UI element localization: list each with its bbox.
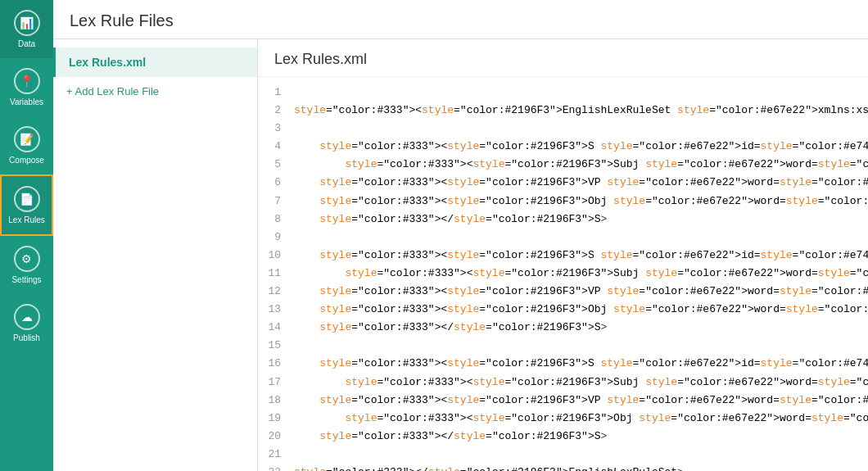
code-line: style="color:#333"><style="color:#2196F3… [294, 247, 868, 265]
sidebar-item-lex-rules[interactable]: 📄 Lex Rules [0, 174, 53, 236]
code-line: style="color:#333"><style="color:#2196F3… [294, 265, 868, 283]
code-line: style="color:#333"><style="color:#2196F3… [294, 138, 868, 156]
variables-icon: 📍 [14, 68, 40, 94]
add-lex-rule-file-button[interactable]: + Add Lex Rule File [53, 77, 257, 106]
code-line: style="color:#333"><style="color:#2196F3… [294, 355, 868, 373]
page-header: Lex Rule Files [53, 0, 868, 39]
code-line: style="color:#333"><style="color:#2196F3… [294, 374, 868, 392]
code-line: style="color:#333"><style="color:#2196F3… [294, 283, 868, 301]
data-icon: 📊 [14, 10, 40, 36]
main-area: Lex Rule Files Lex Rules.xml + Add Lex R… [53, 0, 868, 471]
add-file-label: + Add Lex Rule File [66, 85, 159, 97]
code-line: style="color:#333"><style="color:#2196F3… [294, 174, 868, 192]
code-line [294, 120, 868, 138]
sidebar-item-data-label: Data [18, 39, 35, 48]
code-line: style="color:#333"><style="color:#2196F3… [294, 410, 868, 428]
code-line: style="color:#333"></style="color:#2196F… [294, 319, 868, 337]
sidebar-item-settings[interactable]: ⚙ Settings [0, 236, 53, 294]
sidebar-item-lex-rules-label: Lex Rules [8, 215, 44, 224]
code-line [294, 229, 868, 247]
sidebar-item-settings-label: Settings [11, 275, 41, 284]
code-line: style="color:#333"><style="color:#2196F3… [294, 102, 868, 120]
lex-rules-icon: 📄 [14, 186, 40, 212]
sidebar-item-compose[interactable]: 📝 Compose [0, 116, 53, 174]
code-line: style="color:#333"></style="color:#2196F… [294, 464, 868, 471]
code-line: style="color:#333"><style="color:#2196F3… [294, 192, 868, 211]
file-panel: Lex Rules.xml + Add Lex Rule File [53, 39, 258, 471]
editor-title: Lex Rules.xml [258, 39, 868, 77]
code-line: style="color:#333"><style="color:#2196F3… [294, 392, 868, 410]
code-line [294, 446, 868, 464]
sidebar-item-variables[interactable]: 📍 Variables [0, 58, 53, 116]
settings-icon: ⚙ [14, 246, 40, 272]
sidebar: 📊 Data 📍 Variables 📝 Compose 📄 Lex Rules… [0, 0, 53, 471]
file-item-label: Lex Rules.xml [69, 56, 146, 69]
line-numbers: 12345678910111213141516171819202122 [258, 84, 291, 471]
sidebar-item-variables-label: Variables [10, 97, 43, 106]
code-line: style="color:#333"></style="color:#2196F… [294, 211, 868, 229]
editor-panel: Lex Rules.xml 12345678910111213141516171… [258, 39, 868, 471]
code-editor[interactable]: 12345678910111213141516171819202122 styl… [258, 77, 868, 471]
sidebar-item-publish-label: Publish [13, 333, 40, 342]
sidebar-item-data[interactable]: 📊 Data [0, 0, 53, 58]
code-line [294, 84, 868, 102]
code-content: style="color:#333"><style="color:#2196F3… [291, 84, 868, 471]
file-item-lex-rules-xml[interactable]: Lex Rules.xml [53, 48, 257, 77]
code-line: style="color:#333"><style="color:#2196F3… [294, 156, 868, 174]
sidebar-item-compose-label: Compose [9, 156, 44, 165]
code-line [294, 337, 868, 355]
publish-icon: ☁ [14, 304, 40, 330]
compose-icon: 📝 [14, 126, 40, 152]
code-line: style="color:#333"></style="color:#2196F… [294, 428, 868, 446]
content-area: Lex Rules.xml + Add Lex Rule File Lex Ru… [53, 39, 868, 471]
page-title: Lex Rule Files [70, 11, 852, 30]
code-line: style="color:#333"><style="color:#2196F3… [294, 301, 868, 319]
sidebar-item-publish[interactable]: ☁ Publish [0, 294, 53, 352]
